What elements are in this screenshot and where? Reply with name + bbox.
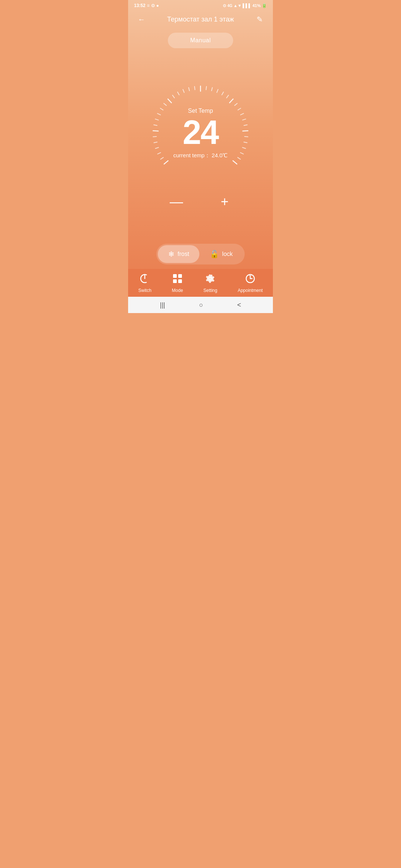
time-display: 13:52: [134, 3, 146, 8]
appointment-label: Appointment: [238, 288, 263, 293]
clock-icon: [245, 273, 255, 286]
svg-line-7: [154, 125, 157, 125]
svg-line-30: [243, 131, 248, 131]
svg-line-27: [241, 113, 244, 115]
svg-line-35: [238, 157, 241, 159]
sys-home-button[interactable]: ○: [199, 301, 203, 309]
mode-label: Mode: [172, 288, 183, 293]
svg-line-17: [195, 86, 195, 90]
svg-line-22: [222, 92, 223, 95]
svg-line-1: [160, 157, 163, 159]
svg-rect-39: [173, 274, 177, 278]
nav-setting[interactable]: Setting: [203, 273, 217, 293]
header: ← Термостат зал 1 этаж ✎: [128, 10, 273, 30]
status-icons: ⊙ 4G ▲▼ ▌▌▌ 41% 🔋: [223, 3, 267, 8]
temperature-value: 24: [183, 116, 218, 149]
page-title: Термостат зал 1 этаж: [147, 16, 254, 23]
dial-area: Set Temp 24 current temp： 24.0℃ — +: [128, 54, 273, 238]
svg-line-10: [160, 108, 163, 110]
svg-rect-41: [173, 279, 177, 283]
svg-line-8: [155, 119, 159, 120]
sys-back-button[interactable]: <: [237, 301, 241, 309]
battery-display: 41%: [252, 3, 261, 8]
status-time: 13:52 ≡ ⊙ ●: [134, 3, 159, 8]
svg-line-9: [157, 113, 160, 115]
svg-line-3: [155, 147, 159, 148]
svg-line-2: [158, 152, 161, 154]
svg-line-34: [240, 152, 243, 154]
temp-increase-button[interactable]: +: [213, 193, 236, 211]
svg-line-24: [229, 99, 233, 102]
set-temp-label: Set Temp: [188, 108, 213, 114]
svg-line-0: [164, 161, 168, 164]
back-button[interactable]: ←: [136, 13, 147, 25]
svg-line-36: [233, 161, 237, 164]
frost-toggle[interactable]: ❄ frost: [158, 245, 199, 263]
temp-decrease-button[interactable]: —: [165, 193, 188, 211]
svg-line-13: [173, 95, 175, 98]
svg-line-19: [206, 86, 206, 90]
frost-label: frost: [177, 251, 189, 257]
gear-icon: [205, 273, 215, 286]
svg-line-26: [238, 108, 241, 110]
nav-switch[interactable]: Switch: [138, 273, 151, 293]
power-icon: [140, 273, 150, 286]
temp-controls: — +: [152, 193, 249, 211]
svg-line-25: [235, 103, 237, 105]
bottom-nav: Switch Mode Setting: [128, 269, 273, 297]
setting-label: Setting: [203, 288, 217, 293]
svg-rect-42: [178, 279, 182, 283]
lock-label: lock: [222, 251, 232, 257]
nav-appointment[interactable]: Appointment: [238, 273, 263, 293]
svg-line-4: [154, 142, 157, 142]
svg-line-6: [153, 131, 158, 131]
manual-button[interactable]: Manual: [168, 33, 233, 48]
svg-line-20: [212, 88, 212, 91]
svg-line-14: [177, 92, 179, 95]
svg-line-28: [242, 119, 246, 120]
svg-line-12: [168, 99, 172, 102]
svg-line-29: [244, 125, 247, 125]
mode-icon: [172, 273, 183, 286]
toggle-group: ❄ frost 🔓 lock: [156, 244, 245, 264]
svg-line-23: [226, 95, 228, 98]
dial-inner: Set Temp 24 current temp： 24.0℃: [173, 108, 228, 159]
svg-line-15: [183, 89, 184, 92]
lock-icon: 🔓: [210, 250, 219, 259]
frost-lock-panel: ❄ frost 🔓 lock: [128, 238, 273, 269]
svg-rect-40: [178, 274, 182, 278]
system-nav: ||| ○ <: [128, 297, 273, 313]
svg-line-21: [217, 89, 218, 92]
switch-label: Switch: [138, 288, 151, 293]
nav-mode[interactable]: Mode: [172, 273, 183, 293]
edit-button[interactable]: ✎: [254, 13, 265, 25]
snowflake-icon: ❄: [168, 250, 175, 259]
manual-button-wrap: Manual: [128, 33, 273, 48]
svg-line-16: [189, 88, 189, 91]
svg-line-31: [245, 137, 248, 137]
lock-toggle[interactable]: 🔓 lock: [199, 245, 243, 263]
svg-line-5: [153, 137, 156, 137]
svg-line-33: [242, 147, 246, 148]
svg-line-11: [164, 103, 166, 105]
svg-line-32: [244, 142, 247, 142]
sys-menu-button[interactable]: |||: [160, 301, 165, 309]
status-bar: 13:52 ≡ ⊙ ● ⊙ 4G ▲▼ ▌▌▌ 41% 🔋: [128, 0, 273, 10]
current-temp-display: current temp： 24.0℃: [173, 152, 228, 159]
temperature-dial[interactable]: Set Temp 24 current temp： 24.0℃: [149, 82, 252, 185]
